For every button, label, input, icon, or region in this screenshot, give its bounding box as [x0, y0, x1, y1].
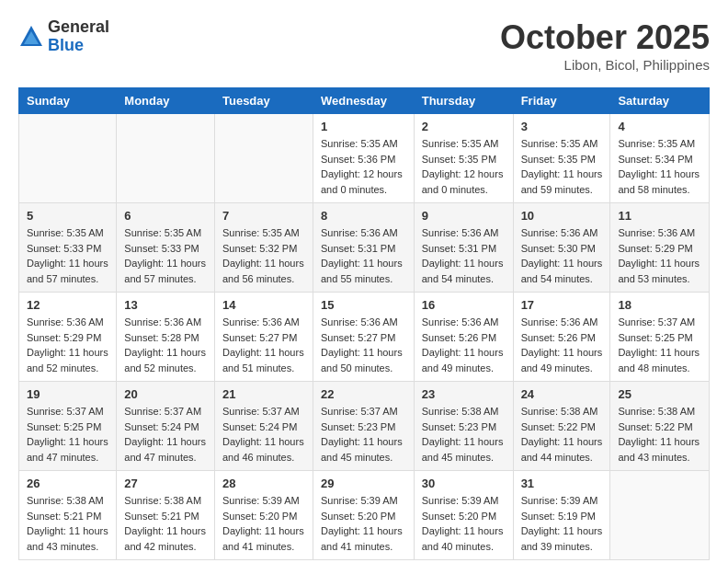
day-number-3: 3 [521, 120, 603, 133]
day-number-18: 18 [618, 298, 701, 312]
header-saturday: Saturday [610, 88, 710, 114]
calendar-cell-w2-d4: 16Sunrise: 5:36 AMSunset: 5:26 PMDayligh… [414, 293, 513, 382]
calendar-cell-w0-d6: 4Sunrise: 5:35 AMSunset: 5:34 PMDaylight… [610, 114, 710, 203]
week-row-3: 19Sunrise: 5:37 AMSunset: 5:25 PMDayligh… [19, 382, 710, 471]
calendar-cell-w2-d0: 12Sunrise: 5:36 AMSunset: 5:29 PMDayligh… [19, 293, 117, 382]
day-info-22: Sunrise: 5:37 AMSunset: 5:23 PMDaylight:… [321, 404, 406, 465]
calendar-table: Sunday Monday Tuesday Wednesday Thursday… [18, 87, 710, 560]
day-number-5: 5 [27, 209, 108, 223]
calendar-cell-w2-d3: 15Sunrise: 5:36 AMSunset: 5:27 PMDayligh… [313, 293, 414, 382]
calendar-cell-w3-d5: 24Sunrise: 5:38 AMSunset: 5:22 PMDayligh… [513, 382, 610, 471]
calendar-cell-w1-d3: 8Sunrise: 5:36 AMSunset: 5:31 PMDaylight… [313, 203, 414, 293]
day-number-30: 30 [422, 477, 506, 490]
calendar-cell-w4-d2: 28Sunrise: 5:39 AMSunset: 5:20 PMDayligh… [214, 471, 313, 560]
week-row-1: 5Sunrise: 5:35 AMSunset: 5:33 PMDaylight… [19, 203, 710, 293]
calendar-cell-w1-d0: 5Sunrise: 5:35 AMSunset: 5:33 PMDaylight… [19, 203, 117, 293]
day-info-27: Sunrise: 5:38 AMSunset: 5:21 PMDaylight:… [124, 493, 207, 554]
logo-text: General Blue [48, 18, 109, 55]
calendar-cell-w1-d4: 9Sunrise: 5:36 AMSunset: 5:31 PMDaylight… [414, 203, 513, 293]
calendar-cell-w2-d1: 13Sunrise: 5:36 AMSunset: 5:28 PMDayligh… [117, 293, 215, 382]
calendar-cell-w1-d2: 7Sunrise: 5:35 AMSunset: 5:32 PMDaylight… [214, 203, 313, 293]
day-info-19: Sunrise: 5:37 AMSunset: 5:25 PMDaylight:… [27, 404, 108, 465]
day-info-16: Sunrise: 5:36 AMSunset: 5:26 PMDaylight:… [422, 315, 506, 375]
day-info-11: Sunrise: 5:36 AMSunset: 5:29 PMDaylight:… [618, 225, 701, 286]
calendar-cell-w0-d0 [19, 114, 117, 203]
header-thursday: Thursday [414, 88, 513, 114]
calendar-cell-w3-d4: 23Sunrise: 5:38 AMSunset: 5:23 PMDayligh… [414, 382, 513, 471]
calendar-cell-w3-d0: 19Sunrise: 5:37 AMSunset: 5:25 PMDayligh… [19, 382, 117, 471]
day-number-7: 7 [222, 209, 305, 223]
calendar-cell-w4-d5: 31Sunrise: 5:39 AMSunset: 5:19 PMDayligh… [513, 471, 610, 560]
day-number-17: 17 [521, 298, 603, 312]
page-header: General Blue October 2025 Libon, Bicol, … [18, 18, 710, 73]
calendar-cell-w2-d2: 14Sunrise: 5:36 AMSunset: 5:27 PMDayligh… [214, 293, 313, 382]
day-info-30: Sunrise: 5:39 AMSunset: 5:20 PMDaylight:… [422, 493, 506, 554]
calendar-cell-w4-d4: 30Sunrise: 5:39 AMSunset: 5:20 PMDayligh… [414, 471, 513, 560]
day-info-21: Sunrise: 5:37 AMSunset: 5:24 PMDaylight:… [222, 404, 305, 465]
day-info-2: Sunrise: 5:35 AMSunset: 5:35 PMDaylight:… [422, 136, 506, 197]
day-number-25: 25 [618, 387, 701, 401]
week-row-0: 1Sunrise: 5:35 AMSunset: 5:36 PMDaylight… [19, 114, 710, 203]
title-block: October 2025 Libon, Bicol, Philippines [500, 18, 710, 73]
day-info-17: Sunrise: 5:36 AMSunset: 5:26 PMDaylight:… [521, 315, 603, 375]
calendar-cell-w1-d6: 11Sunrise: 5:36 AMSunset: 5:29 PMDayligh… [610, 203, 710, 293]
day-number-28: 28 [222, 477, 305, 490]
weekday-header-row: Sunday Monday Tuesday Wednesday Thursday… [19, 88, 710, 114]
logo-general: General [48, 18, 109, 37]
day-number-12: 12 [27, 298, 108, 312]
logo-icon [18, 24, 44, 50]
day-info-10: Sunrise: 5:36 AMSunset: 5:30 PMDaylight:… [521, 225, 603, 286]
logo: General Blue [18, 18, 109, 55]
calendar-cell-w0-d4: 2Sunrise: 5:35 AMSunset: 5:35 PMDaylight… [414, 114, 513, 203]
day-number-4: 4 [618, 120, 701, 133]
day-info-5: Sunrise: 5:35 AMSunset: 5:33 PMDaylight:… [27, 225, 108, 286]
location: Libon, Bicol, Philippines [500, 57, 710, 73]
calendar-cell-w4-d6 [610, 471, 710, 560]
day-number-24: 24 [521, 387, 603, 401]
header-monday: Monday [117, 88, 215, 114]
calendar-cell-w0-d2 [214, 114, 313, 203]
day-number-31: 31 [521, 477, 603, 490]
calendar-cell-w3-d1: 20Sunrise: 5:37 AMSunset: 5:24 PMDayligh… [117, 382, 215, 471]
day-info-31: Sunrise: 5:39 AMSunset: 5:19 PMDaylight:… [521, 493, 603, 554]
day-number-21: 21 [222, 387, 305, 401]
day-info-26: Sunrise: 5:38 AMSunset: 5:21 PMDaylight:… [27, 493, 108, 554]
day-info-28: Sunrise: 5:39 AMSunset: 5:20 PMDaylight:… [222, 493, 305, 554]
calendar-cell-w2-d6: 18Sunrise: 5:37 AMSunset: 5:25 PMDayligh… [610, 293, 710, 382]
calendar-cell-w1-d1: 6Sunrise: 5:35 AMSunset: 5:33 PMDaylight… [117, 203, 215, 293]
day-number-2: 2 [422, 120, 506, 133]
calendar-cell-w0-d3: 1Sunrise: 5:35 AMSunset: 5:36 PMDaylight… [313, 114, 414, 203]
calendar-cell-w0-d5: 3Sunrise: 5:35 AMSunset: 5:35 PMDaylight… [513, 114, 610, 203]
day-number-10: 10 [521, 209, 603, 223]
day-info-29: Sunrise: 5:39 AMSunset: 5:20 PMDaylight:… [321, 493, 406, 554]
day-info-3: Sunrise: 5:35 AMSunset: 5:35 PMDaylight:… [521, 136, 603, 197]
header-friday: Friday [513, 88, 610, 114]
day-info-25: Sunrise: 5:38 AMSunset: 5:22 PMDaylight:… [618, 404, 701, 465]
day-number-26: 26 [27, 477, 108, 490]
day-number-19: 19 [27, 387, 108, 401]
day-number-22: 22 [321, 387, 406, 401]
calendar-cell-w0-d1 [117, 114, 215, 203]
day-info-4: Sunrise: 5:35 AMSunset: 5:34 PMDaylight:… [618, 136, 701, 197]
day-number-29: 29 [321, 477, 406, 490]
month-title: October 2025 [500, 18, 710, 57]
calendar-cell-w4-d3: 29Sunrise: 5:39 AMSunset: 5:20 PMDayligh… [313, 471, 414, 560]
day-info-7: Sunrise: 5:35 AMSunset: 5:32 PMDaylight:… [222, 225, 305, 286]
day-info-13: Sunrise: 5:36 AMSunset: 5:28 PMDaylight:… [124, 315, 207, 375]
day-number-9: 9 [422, 209, 506, 223]
day-info-9: Sunrise: 5:36 AMSunset: 5:31 PMDaylight:… [422, 225, 506, 286]
day-number-13: 13 [124, 298, 207, 312]
header-sunday: Sunday [19, 88, 117, 114]
calendar-cell-w3-d3: 22Sunrise: 5:37 AMSunset: 5:23 PMDayligh… [313, 382, 414, 471]
day-info-18: Sunrise: 5:37 AMSunset: 5:25 PMDaylight:… [618, 315, 701, 375]
day-info-1: Sunrise: 5:35 AMSunset: 5:36 PMDaylight:… [321, 136, 406, 197]
day-number-15: 15 [321, 298, 406, 312]
day-info-8: Sunrise: 5:36 AMSunset: 5:31 PMDaylight:… [321, 225, 406, 286]
calendar-cell-w1-d5: 10Sunrise: 5:36 AMSunset: 5:30 PMDayligh… [513, 203, 610, 293]
day-info-24: Sunrise: 5:38 AMSunset: 5:22 PMDaylight:… [521, 404, 603, 465]
day-number-6: 6 [124, 209, 207, 223]
day-info-14: Sunrise: 5:36 AMSunset: 5:27 PMDaylight:… [222, 315, 305, 375]
header-tuesday: Tuesday [214, 88, 313, 114]
calendar-cell-w3-d2: 21Sunrise: 5:37 AMSunset: 5:24 PMDayligh… [214, 382, 313, 471]
day-info-20: Sunrise: 5:37 AMSunset: 5:24 PMDaylight:… [124, 404, 207, 465]
